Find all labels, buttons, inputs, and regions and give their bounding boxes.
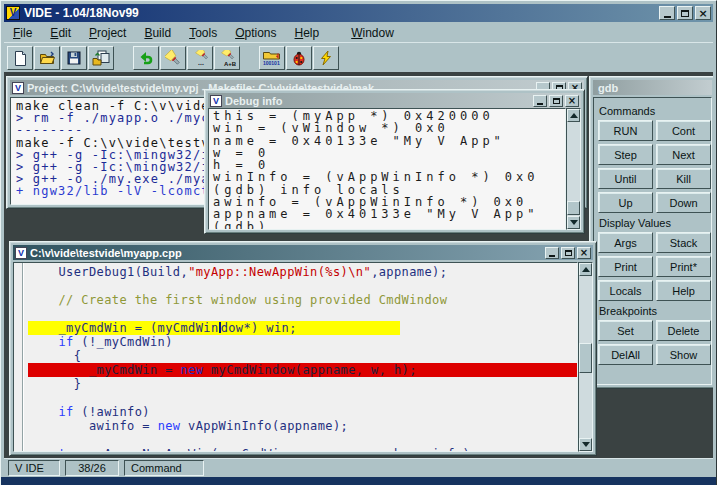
code-line: UserDebug1(Build,"myApp::NewAppWin(%s)\n… (28, 265, 577, 279)
maximize-button[interactable] (677, 6, 693, 20)
code-line: awinfo = new vAppWinInfo(appname); (28, 419, 577, 433)
code-line-highlight-yellow: _myCmdWin = (myCmdWindow*) win; (28, 321, 400, 335)
gdb-button-print[interactable]: Print (598, 256, 653, 277)
save-file-button[interactable] (61, 46, 87, 70)
debug-titlebar[interactable]: V Debug info × (208, 93, 581, 108)
gdb-content: CommandsRUNContStepNextUntilKillUpDownDi… (593, 97, 712, 385)
menu-build[interactable]: Build (135, 24, 180, 42)
open-folder-icon (39, 50, 55, 66)
menu-file[interactable]: File (4, 24, 41, 42)
gdb-button-delall[interactable]: DelAll (598, 344, 653, 365)
find-flashlight-icon (165, 50, 181, 66)
editor-titlebar[interactable]: V C:\v\vide\testvide\myapp.cpp × (13, 245, 593, 260)
gdb-button-args[interactable]: Args (598, 232, 653, 253)
editor-window: V C:\v\vide\testvide\myapp.cpp × UserDeb… (9, 241, 597, 456)
main-titlebar[interactable]: V VIDE - 1.04/18Nov99 × (4, 4, 713, 22)
debug-vertical-scrollbar[interactable] (566, 108, 581, 230)
editor-maximize-button[interactable] (561, 247, 575, 259)
find-next-flashlight-icon: ... (192, 50, 208, 66)
close-button[interactable]: × (695, 6, 711, 20)
menu-window[interactable]: Window (342, 24, 403, 42)
app-logo-icon: V (6, 6, 20, 20)
gdb-button-next[interactable]: Next (656, 144, 711, 165)
make-binary-icon: 100101 (261, 50, 283, 66)
status-bar: V IDE 38/26 Command (4, 458, 713, 477)
code-line (28, 391, 577, 405)
new-file-button[interactable] (7, 46, 33, 70)
scroll-thumb[interactable] (567, 201, 580, 215)
svg-text:...: ... (198, 59, 204, 66)
menu-options[interactable]: Options (226, 24, 285, 42)
gdb-button-until[interactable]: Until (598, 168, 653, 189)
find-replace-button[interactable]: A+B (214, 46, 240, 70)
menu-edit[interactable]: Edit (41, 24, 80, 42)
minimize-icon (537, 103, 543, 105)
scroll-up-button[interactable] (579, 263, 592, 276)
gdb-button-set[interactable]: Set (598, 320, 653, 341)
menu-project[interactable]: Project (80, 24, 135, 42)
undo-arrow-icon (138, 50, 154, 66)
gdb-button-show[interactable]: Show (656, 344, 711, 365)
scroll-up-button[interactable] (567, 109, 580, 122)
code-line-highlight-red: _myCmdWin = new myCmdWindow(appname, w, … (28, 363, 578, 377)
find-button[interactable] (160, 46, 186, 70)
gdb-window-title: gdb (598, 82, 710, 94)
vide-main-window: V VIDE - 1.04/18Nov99 × FileEditProjectB… (0, 0, 717, 485)
code-line: } (28, 377, 577, 391)
main-window-title: VIDE - 1.04/18Nov99 (24, 6, 657, 20)
save-all-button[interactable] (88, 46, 114, 70)
minimize-button[interactable] (659, 6, 675, 20)
arrow-down-icon (570, 220, 578, 225)
gdb-output-line: (gdb) (213, 221, 561, 230)
maximize-icon (565, 250, 572, 256)
gdb-button-kill[interactable]: Kill (656, 168, 711, 189)
gdb-window: gdb CommandsRUNContStepNextUntilKillUpDo… (589, 76, 713, 389)
gdb-button-up[interactable]: Up (598, 192, 653, 213)
gdb-button-step[interactable]: Step (598, 144, 653, 165)
undo-button[interactable] (133, 46, 159, 70)
debug-button[interactable] (286, 46, 312, 70)
gdb-button-down[interactable]: Down (656, 192, 711, 213)
make-button[interactable]: 100101 (259, 46, 285, 70)
code-line: if (!_myCmdWin) (28, 335, 577, 349)
gdb-titlebar[interactable]: gdb (593, 80, 712, 95)
find-next-button[interactable]: ... (187, 46, 213, 70)
code-line: return vApp::NewAppWin(_myCmdWin, appnam… (28, 447, 577, 452)
lightning-icon (318, 50, 334, 66)
debug-output[interactable]: this = (myApp *) 0x420000win = (vWindow … (208, 108, 566, 230)
code-line: if (!awinfo) (28, 405, 577, 419)
gdb-section-label: Commands (598, 101, 707, 120)
gdb-button-delete[interactable]: Delete (656, 320, 711, 341)
vide-doc-icon: V (12, 82, 24, 94)
editor-close-button[interactable]: × (577, 247, 591, 259)
gdb-button-run[interactable]: RUN (598, 120, 653, 141)
code-line (28, 307, 577, 321)
scroll-down-button[interactable] (579, 438, 592, 451)
gdb-button-help[interactable]: Help (656, 280, 711, 301)
gdb-button-locals[interactable]: Locals (598, 280, 653, 301)
scroll-thumb[interactable] (579, 343, 592, 373)
scroll-down-button[interactable] (567, 216, 580, 229)
gdb-button-print-star[interactable]: Print* (656, 256, 711, 277)
open-file-button[interactable] (34, 46, 60, 70)
code-editor[interactable]: UserDebug1(Build,"myApp::NewAppWin(%s)\n… (13, 262, 578, 452)
debug-window: V Debug info × this = (myApp *) 0x420000… (204, 89, 585, 234)
debug-maximize-button[interactable] (549, 95, 563, 107)
status-mode: Command (124, 460, 204, 476)
gdb-button-cont[interactable]: Cont (656, 120, 711, 141)
svg-text:100101: 100101 (263, 60, 280, 66)
run-button[interactable] (313, 46, 339, 70)
debug-close-button[interactable]: × (565, 95, 579, 107)
gdb-button-stack[interactable]: Stack (656, 232, 711, 253)
editor-margin-line (23, 263, 24, 451)
find-replace-flashlight-icon: A+B (218, 50, 236, 66)
arrow-up-icon (570, 113, 578, 118)
menu-help[interactable]: Help (286, 24, 329, 42)
editor-minimize-button[interactable] (545, 247, 559, 259)
menu-bar: FileEditProjectBuildToolsOptionsHelpWind… (4, 23, 713, 42)
menu-tools[interactable]: Tools (180, 24, 226, 42)
debug-minimize-button[interactable] (533, 95, 547, 107)
status-cursor-position: 38/26 (65, 460, 119, 476)
minimize-icon (549, 255, 555, 257)
editor-vertical-scrollbar[interactable] (578, 262, 593, 452)
